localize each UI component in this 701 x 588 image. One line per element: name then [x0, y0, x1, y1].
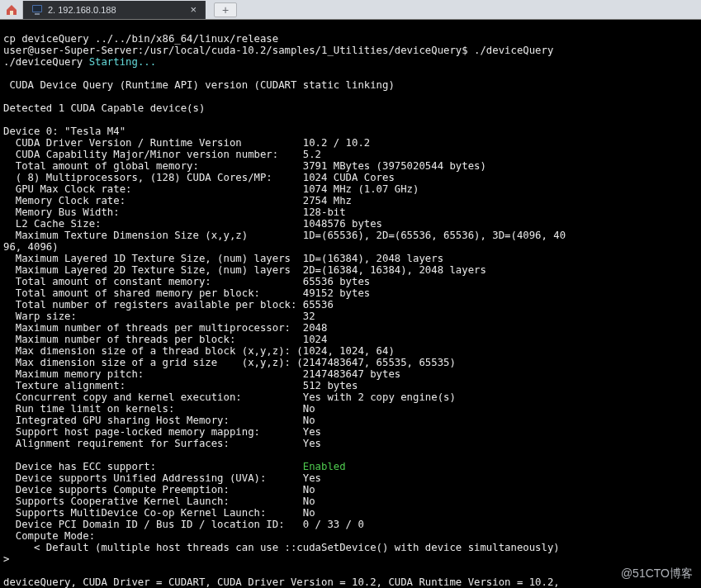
term-line: L2 Cache Size: 1048576 bytes [3, 218, 382, 230]
term-line: Total amount of global memory: 3791 MByt… [3, 160, 486, 172]
term-line: Concurrent copy and kernel execution: Ye… [3, 391, 456, 403]
term-line: Support host page-locked memory mapping:… [3, 426, 321, 438]
term-line: Memory Clock rate: 2754 Mhz [3, 195, 352, 206]
term-line: Device 0: "Tesla M4" [3, 126, 126, 137]
device-info-block: CUDA Driver Version / Runtime Version 10… [3, 137, 701, 449]
term-line: > [3, 553, 9, 565]
term-line: GPU Max Clock rate: 1074 MHz (1.07 GHz) [3, 183, 419, 195]
term-line: Integrated GPU sharing Host Memory: No [3, 415, 315, 426]
term-line: < Default (multiple host threads can use… [3, 542, 560, 553]
svg-rect-0 [10, 11, 13, 15]
svg-rect-2 [33, 6, 41, 12]
terminal-tab[interactable]: 2. 192.168.0.188 × [23, 1, 206, 19]
term-line: Detected 1 CUDA Capable device(s) [3, 102, 205, 114]
term-line: Run time limit on kernels: No [3, 403, 315, 415]
term-line: Max dimension size of a thread block (x,… [3, 345, 395, 357]
term-line: CUDA Capability Major/Minor version numb… [3, 149, 321, 160]
term-line: Texture alignment: 512 bytes [3, 380, 358, 391]
term-line: Supports Cooperative Kernel Launch: No [3, 496, 315, 507]
term-line: Device supports Unified Addressing (UVA)… [3, 472, 321, 484]
term-line: ( 8) Multiprocessors, (128) CUDA Cores/M… [3, 172, 395, 183]
term-line: cp deviceQuery ../../bin/x86_64/linux/re… [3, 33, 278, 45]
term-line: ./deviceQuery Starting... [3, 56, 156, 68]
term-line: Max dimension size of a grid size (x,y,z… [3, 357, 456, 368]
device-info-block-2: Device supports Unified Addressing (UVA)… [3, 472, 701, 588]
term-line: Maximum Layered 2D Texture Size, (num) l… [3, 264, 486, 276]
term-line: Compute Mode: [3, 530, 95, 542]
term-line: Maximum Texture Dimension Size (x,y,z) 1… [3, 230, 566, 241]
term-line: Maximum memory pitch: 2147483647 bytes [3, 368, 400, 380]
term-line: Alignment requirement for Surfaces: Yes [3, 438, 321, 449]
close-icon[interactable]: × [191, 3, 197, 16]
svg-rect-3 [35, 13, 40, 15]
term-line: Maximum number of threads per block: 102… [3, 334, 327, 345]
watermark-text: @51CTO博客 [621, 567, 693, 581]
term-line: Device PCI Domain ID / Bus ID / location… [3, 519, 364, 530]
term-line: CUDA Device Query (Runtime API) version … [3, 79, 395, 91]
term-line: Total amount of shared memory per block:… [3, 287, 370, 299]
term-line: Warp size: 32 [3, 311, 315, 322]
term-line: Total number of registers available per … [3, 299, 334, 311]
term-line: deviceQuery, CUDA Driver = CUDART, CUDA … [3, 576, 560, 588]
term-line: Supports MultiDevice Co-op Kernel Launch… [3, 507, 315, 519]
term-line: Memory Bus Width: 128-bit [3, 206, 346, 218]
term-line: CUDA Driver Version / Runtime Version 10… [3, 137, 370, 149]
term-line: Maximum Layered 1D Texture Size, (num) l… [3, 253, 443, 264]
term-line: Total amount of constant memory: 65536 b… [3, 276, 370, 287]
monitor-icon [31, 4, 43, 16]
tab-label: 2. 192.168.0.188 [48, 5, 116, 15]
home-icon[interactable] [0, 1, 23, 19]
new-tab-button[interactable]: + [214, 2, 237, 17]
term-line: Device supports Compute Preemption: No [3, 484, 315, 496]
term-line: Maximum number of threads per multiproce… [3, 322, 327, 334]
term-line: Device has ECC support: Enabled [3, 461, 346, 472]
tab-bar: 2. 192.168.0.188 × + [0, 0, 701, 20]
ecc-enabled: Enabled [303, 461, 346, 472]
term-line: user@user-Super-Server:/usr/local/cuda-1… [3, 45, 553, 56]
terminal-output[interactable]: cp deviceQuery ../../bin/x86_64/linux/re… [0, 20, 701, 588]
term-line: 96, 4096) [3, 241, 59, 253]
